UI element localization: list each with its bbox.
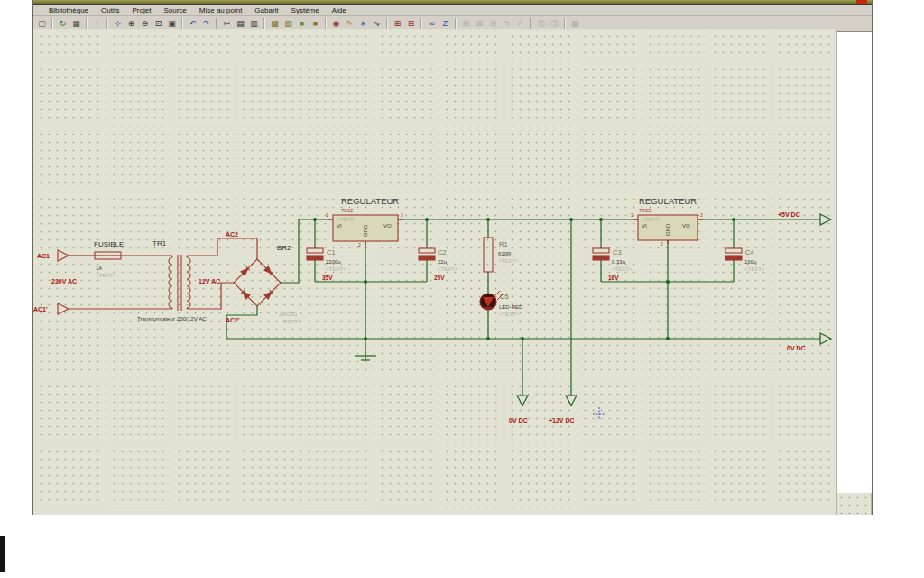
zoom-area-icon[interactable]: ⊡ <box>152 18 164 30</box>
net-label-0v-bottom[interactable]: 0V DC <box>509 417 528 424</box>
r1-value: 610R <box>498 251 512 256</box>
component-mode-icon[interactable]: ⊞ <box>392 18 403 30</box>
r1-ref: R1 <box>499 240 508 248</box>
bridge-rectifier-br2[interactable]: BR2 2W02G <TEXT> <box>234 244 301 324</box>
c4-ref: C4 <box>745 248 754 256</box>
fuse-component[interactable]: FUSIBLE 1A <TEXT> <box>94 240 124 278</box>
regulator-7805[interactable]: REGULATEUR 7805 <TEXT> VI VO GND 1 3 2 <box>631 196 703 247</box>
net-label-plus12v[interactable]: +12V DC <box>549 417 575 424</box>
net-label-230v[interactable]: 230V AC <box>51 278 77 284</box>
toolbar-separator <box>51 18 53 29</box>
zoom-in-icon[interactable]: ⊕ <box>125 18 137 30</box>
copy-icon[interactable]: ▤ <box>235 18 246 30</box>
block-copy-icon[interactable]: ▩ <box>269 18 281 30</box>
menu-projet[interactable]: Projet <box>126 6 158 14</box>
terminal-ac1-prime[interactable]: AC1' <box>33 303 69 314</box>
net-label-12v[interactable]: 12V AC <box>199 278 220 284</box>
reg1-part: 7812 <box>341 208 354 213</box>
origin-marker-icon[interactable]: + <box>91 18 103 30</box>
menubar: BibliothèqueOutilsProjetSourceMise au po… <box>33 4 872 16</box>
origin-marker-cross <box>593 407 605 420</box>
reg1-pin-vi: VI <box>337 223 342 228</box>
find-component-icon[interactable]: ∞ <box>426 18 438 30</box>
capacitor-c2[interactable]: C2 22u <TEXT> 25V <box>419 248 458 281</box>
menu-outils[interactable]: Outils <box>95 6 125 14</box>
regulator-7812[interactable]: REGULATEUR 7812 <TEXT> VI VO GND 1 3 2 <box>326 196 403 247</box>
reg2-pin-vo: VO <box>682 223 690 228</box>
menu-aide[interactable]: Aide <box>326 6 353 14</box>
schematic-canvas[interactable]: AC1 AC1' 230V AC FUSIBLE 1A <TEXT> <box>33 29 837 515</box>
toggle-grid-icon[interactable]: ▦ <box>70 18 82 30</box>
menu-source[interactable]: Source <box>157 6 192 14</box>
capacitor-c1[interactable]: C1 2200u <TEXT> 35V <box>307 248 346 281</box>
fuse-value: 1A <box>96 266 102 271</box>
net-label-ac1[interactable]: AC1 <box>37 253 50 259</box>
menu-mise-au-point[interactable]: Mise au point <box>193 6 249 14</box>
wire-dc-rails[interactable] <box>226 219 820 396</box>
menu-syst-me[interactable]: Système <box>285 6 326 14</box>
reg1-pin-gnd: GND <box>363 224 368 237</box>
c3-text-placeholder: <TEXT> <box>612 266 633 272</box>
net-label-ac2-prime[interactable]: AC2' <box>226 317 240 323</box>
redo-icon[interactable]: ↷ <box>200 18 212 30</box>
terminal-0v-right[interactable]: 0V DC <box>787 333 831 351</box>
make-device-icon[interactable]: ⊟ <box>405 18 417 30</box>
net-label-ac2[interactable]: AC2 <box>226 231 238 238</box>
led-d5[interactable]: D5 LED-RED <TEXT> <box>480 291 523 317</box>
library-pick-icon[interactable]: ◉ <box>330 18 342 30</box>
decompose-icon[interactable]: ∗ <box>357 18 369 30</box>
terminal-ac1[interactable]: AC1 <box>37 250 69 261</box>
c2-value: 22u <box>438 259 447 265</box>
net-label-0v-right[interactable]: 0V DC <box>787 345 806 351</box>
zoom-out-icon[interactable]: ⊖ <box>139 18 151 30</box>
c2-text-placeholder: <TEXT> <box>438 266 458 272</box>
bridge-value: 2W02G <box>279 312 298 317</box>
c3-value: 0.33u <box>612 259 625 265</box>
pan-icon[interactable]: ⊹ <box>112 18 124 30</box>
toolbar-separator <box>325 18 327 29</box>
remove-sheet-icon: ⊠ <box>474 18 485 30</box>
net-label-ac1-prime[interactable]: AC1' <box>33 306 48 312</box>
block-move-icon[interactable]: ▨ <box>282 18 294 30</box>
block-rotate-icon[interactable]: ■ <box>296 18 308 30</box>
toolbar-separator <box>420 18 422 29</box>
paste-icon[interactable]: ▥ <box>248 18 260 30</box>
goto-parent-icon: ↰ <box>501 18 513 30</box>
transformer-ref: TR1 <box>152 239 167 247</box>
menu-biblioth-que[interactable]: Bibliothèque <box>42 6 95 14</box>
reg1-pin3: 3 <box>401 212 403 218</box>
c2-ref: C2 <box>438 248 447 256</box>
property-assignment-icon[interactable]: Ƶ <box>439 18 451 30</box>
bridge-ref: BR2 <box>277 244 291 252</box>
packaging-tool-icon[interactable]: ✎ <box>344 18 356 30</box>
cleanup-icon[interactable]: ∿ <box>371 18 383 30</box>
fuse-text-placeholder: <TEXT> <box>96 273 116 278</box>
ground-symbol[interactable] <box>355 356 376 360</box>
net-label-plus5v[interactable]: +5V DC <box>778 211 800 218</box>
undo-icon[interactable]: ↶ <box>187 18 199 30</box>
capacitor-c3[interactable]: C3 0.33u <TEXT> 16V <box>593 248 633 281</box>
terminal-0v-bottom[interactable]: 0V DC <box>509 396 528 424</box>
bridge-text-placeholder: <TEXT> <box>281 319 301 324</box>
close-button[interactable] <box>856 0 867 4</box>
terminal-plus5v[interactable]: +5V DC <box>778 211 831 225</box>
terminal-plus12v-bottom[interactable]: +12V DC <box>549 396 577 424</box>
menu-gabarit[interactable]: Gabarit <box>248 6 284 14</box>
screen-artifact <box>0 536 5 572</box>
cut-icon[interactable]: ✂ <box>221 18 233 30</box>
new-page-icon[interactable]: ▢ <box>36 18 48 30</box>
capacitor-c4[interactable]: C4 100u <TEXT> <box>725 248 765 272</box>
block-delete-icon[interactable]: ■ <box>310 18 321 30</box>
toolbar-separator <box>386 18 388 29</box>
reg2-pin-vi: VI <box>642 223 647 228</box>
reg1-pin-vo: VO <box>383 223 392 228</box>
proteus-isis-window: BibliothèqueOutilsProjetSourceMise au po… <box>32 0 873 515</box>
reg2-title: REGULATEUR <box>639 196 697 206</box>
zoom-all-icon[interactable]: ▣ <box>166 18 178 30</box>
resistor-r1[interactable]: R1 610R <TEXT> <box>484 238 519 272</box>
d5-ref: D5 <box>500 293 509 301</box>
c1-text-placeholder: <TEXT> <box>326 266 346 272</box>
transformer-caption: Transformateur 230/12V AC <box>137 315 207 322</box>
design-explorer-icon: ⊞ <box>460 18 472 30</box>
refresh-sheet-icon[interactable]: ↻ <box>57 18 69 30</box>
